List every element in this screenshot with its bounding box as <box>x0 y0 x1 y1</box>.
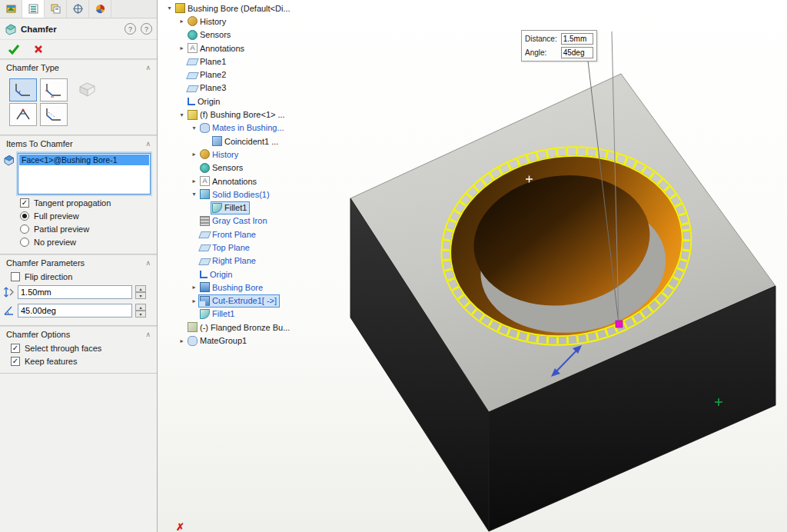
tree-item-history[interactable]: ▸History <box>164 148 314 161</box>
expanded-arrow-icon[interactable]: ▾ <box>190 125 198 131</box>
tree-item-box[interactable]: Bushing Bore <box>198 281 266 294</box>
tab-featuremanager[interactable] <box>0 0 22 18</box>
chamfer-drag-handle[interactable] <box>616 321 623 328</box>
collapsed-arrow-icon[interactable]: ▸ <box>178 45 186 52</box>
tree-item-box[interactable]: Origin <box>186 95 223 108</box>
tree-item-sensors[interactable]: Sensors <box>164 28 314 42</box>
collapse-chevron-icon[interactable] <box>145 65 151 71</box>
tree-item-box[interactable]: History <box>198 148 241 161</box>
tree-item-right-plane[interactable]: Right Plane <box>164 254 314 268</box>
collapse-chevron-icon[interactable] <box>145 331 151 338</box>
tree-item-box[interactable]: Mates in Bushing... <box>198 121 287 135</box>
tree-item-front-plane[interactable]: Front Plane <box>164 228 314 241</box>
tree-item-box[interactable]: Sensors <box>198 161 246 175</box>
distance-callout-input[interactable] <box>561 33 593 45</box>
tree-item-plane3[interactable]: Plane3 <box>164 81 314 95</box>
spin-down-icon[interactable] <box>135 292 146 299</box>
collapsed-arrow-icon[interactable]: ▸ <box>178 337 186 344</box>
select-through-faces-checkbox[interactable] <box>11 344 20 353</box>
tree-item-box[interactable]: History <box>186 15 229 28</box>
tree-item-box[interactable]: Annotations <box>198 175 260 188</box>
tree-item-box[interactable]: Annotations <box>186 42 247 55</box>
tangent-propagation-checkbox[interactable] <box>20 198 29 208</box>
tree-item-box[interactable]: Cut-Extrude1[ ->] <box>198 294 280 308</box>
tree-item-box[interactable]: MateGroup1 <box>186 334 250 347</box>
cancel-corner-icon[interactable]: ✗ <box>176 521 184 532</box>
tree-item-origin[interactable]: Origin <box>164 95 314 108</box>
tree-item-box[interactable]: Coincident1 ... <box>211 135 281 148</box>
full-preview-radio[interactable] <box>20 211 29 221</box>
collapsed-arrow-icon[interactable]: ▸ <box>190 284 198 291</box>
tree-item-box[interactable]: Plane2 <box>186 68 229 81</box>
tree-item-fillet1[interactable]: Fillet1 <box>164 308 314 321</box>
tree-item-box[interactable]: Plane3 <box>186 81 229 95</box>
partial-preview-row[interactable]: Partial preview <box>0 222 157 235</box>
tree-item-box[interactable]: Front Plane <box>198 228 259 241</box>
tree-item-annotations[interactable]: ▸Annotations <box>164 175 314 188</box>
tab-configurationmanager[interactable] <box>45 0 67 18</box>
expanded-arrow-icon[interactable]: ▾ <box>178 111 186 118</box>
items-selection-listbox[interactable]: Face<1>@Bushing Bore-1 <box>18 153 151 195</box>
tree-item-box[interactable]: Bushing Bore (Default<Di... <box>174 2 294 15</box>
tree-item-box[interactable]: Solid Bodies(1) <box>198 188 273 201</box>
tree-item-coincident1[interactable]: Coincident1 ... <box>164 135 314 148</box>
tree-item-gray-cast-iron[interactable]: Gray Cast Iron <box>164 214 314 228</box>
tree-item-annotations[interactable]: ▸Annotations <box>164 42 314 55</box>
tree-item-mates-in-bushing[interactable]: ▾Mates in Bushing... <box>164 121 314 135</box>
tree-item-flanged-bronze-bu[interactable]: (-) Flanged Bronze Bu... <box>164 321 314 334</box>
distance-spinner[interactable] <box>135 285 146 299</box>
help-icon[interactable] <box>141 23 152 35</box>
chamfer-type-offset-face-button[interactable] <box>40 103 68 126</box>
angle-value-input[interactable] <box>18 304 132 318</box>
select-through-faces-row[interactable]: Select through faces <box>0 341 157 354</box>
angle-callout-input[interactable] <box>561 47 593 58</box>
angle-spinner[interactable] <box>135 304 146 318</box>
tree-item-f-bushing-bore-1[interactable]: ▾(f) Bushing Bore<1> ... <box>164 108 314 121</box>
cancel-button[interactable] <box>34 45 43 54</box>
tree-item-plane2[interactable]: Plane2 <box>164 68 314 81</box>
tab-propertymanager[interactable] <box>22 0 45 18</box>
spin-up-icon[interactable] <box>135 285 146 292</box>
tree-item-box[interactable]: Fillet1 <box>198 308 237 321</box>
tree-item-solid-bodies-1[interactable]: ▾Solid Bodies(1) <box>164 188 314 201</box>
tree-item-history[interactable]: ▸History <box>164 15 314 28</box>
partial-preview-radio[interactable] <box>20 224 29 234</box>
collapsed-arrow-icon[interactable]: ▸ <box>190 178 198 185</box>
no-preview-radio[interactable] <box>20 238 29 247</box>
tree-item-box[interactable]: Fillet1 <box>211 201 250 214</box>
ok-button[interactable] <box>8 44 20 55</box>
tree-item-mategroup1[interactable]: ▸MateGroup1 <box>164 334 314 347</box>
keep-features-checkbox[interactable] <box>11 357 20 366</box>
quick-tips-icon[interactable] <box>125 23 136 35</box>
section-header-items[interactable]: Items To Chamfer <box>0 136 157 151</box>
section-header-parameters[interactable]: Chamfer Parameters <box>0 255 157 270</box>
full-preview-row[interactable]: Full preview <box>0 209 157 222</box>
collapsed-arrow-icon[interactable]: ▸ <box>190 151 198 158</box>
expanded-arrow-icon[interactable]: ▾ <box>190 191 198 198</box>
tree-item-cut-extrude1[interactable]: ▸Cut-Extrude1[ ->] <box>164 294 314 308</box>
tree-item-top-plane[interactable]: Top Plane <box>164 241 314 254</box>
tree-item-sensors[interactable]: Sensors <box>164 161 314 175</box>
tree-item-fillet1[interactable]: Fillet1 <box>164 201 314 214</box>
tree-item-box[interactable]: (-) Flanged Bronze Bu... <box>186 321 293 334</box>
collapsed-arrow-icon[interactable]: ▸ <box>190 298 198 304</box>
tab-dimxpertmanager[interactable] <box>67 0 89 18</box>
graphics-area[interactable]: ▾Bushing Bore (Default<Di...▸HistorySens… <box>158 0 787 532</box>
tree-item-box[interactable]: Right Plane <box>198 254 259 268</box>
expanded-arrow-icon[interactable]: ▾ <box>165 5 174 12</box>
section-header-chamfer-type[interactable]: Chamfer Type <box>0 60 157 75</box>
tree-item-bushing-bore-default-di[interactable]: ▾Bushing Bore (Default<Di... <box>164 2 314 15</box>
selected-face-item[interactable]: Face<1>@Bushing Bore-1 <box>19 155 149 165</box>
no-preview-row[interactable]: No preview <box>0 235 157 248</box>
tree-item-box[interactable]: Gray Cast Iron <box>198 214 271 228</box>
tangent-propagation-row[interactable]: Tangent propagation <box>0 196 157 209</box>
chamfer-type-vertex-button[interactable] <box>9 103 37 126</box>
tree-item-box[interactable]: (f) Bushing Bore<1> ... <box>186 108 288 121</box>
tree-item-box[interactable]: Origin <box>198 268 235 281</box>
keep-features-row[interactable]: Keep features <box>0 354 157 367</box>
chamfer-type-distance-distance-button[interactable] <box>40 78 68 101</box>
collapse-chevron-icon[interactable] <box>145 260 151 267</box>
section-header-options[interactable]: Chamfer Options <box>0 327 157 341</box>
tree-item-bushing-bore[interactable]: ▸Bushing Bore <box>164 281 314 294</box>
tree-item-box[interactable]: Top Plane <box>198 241 253 254</box>
